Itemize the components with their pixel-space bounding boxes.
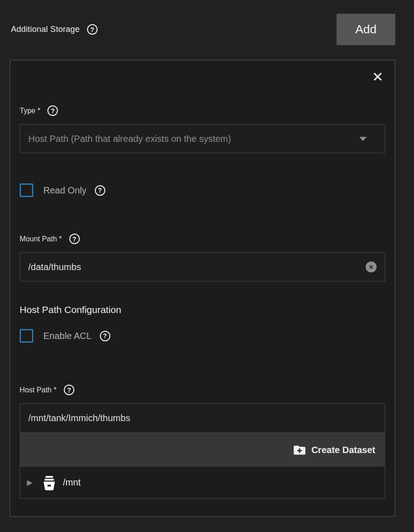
close-icon[interactable]: ✕ [370,70,385,84]
host-path-input[interactable] [28,413,377,423]
create-dataset-label: Create Dataset [311,445,375,455]
enable-acl-checkbox[interactable] [20,329,33,343]
dataset-icon [41,475,57,490]
additional-storage-header: Additional Storage ? Add [11,14,395,45]
type-select[interactable]: Host Path (Path that already exists on t… [20,124,385,153]
help-icon[interactable]: ? [47,105,58,116]
section-title: Additional Storage [11,25,80,34]
create-dataset-button[interactable]: Create Dataset [293,443,375,456]
folder-plus-icon [293,443,306,456]
add-button[interactable]: Add [336,14,395,45]
mount-path-label: Mount Path * [20,235,62,243]
enable-acl-label: Enable ACL [43,331,92,341]
tree-node-mnt[interactable]: ▶ /mnt [20,467,385,498]
read-only-label: Read Only [43,185,87,196]
read-only-checkbox[interactable] [20,183,33,197]
help-icon[interactable]: ? [87,24,98,35]
host-path-configuration-heading: Host Path Configuration [20,304,385,315]
tree-node-label: /mnt [63,477,81,488]
host-path-label: Host Path * [20,386,57,394]
type-label: Type * [20,107,40,115]
storage-item-panel: ✕ Type * ? Host Path (Path that already … [10,60,395,517]
chevron-down-icon [359,137,367,141]
help-icon[interactable]: ? [100,331,110,341]
help-icon[interactable]: ? [69,234,80,244]
clear-input-icon[interactable]: ✕ [366,261,377,272]
dataset-tree: ▶ /mnt [20,467,385,499]
expand-arrow-icon[interactable]: ▶ [27,478,36,487]
help-icon[interactable]: ? [64,385,74,395]
explorer-toolbar: Create Dataset [20,433,385,467]
type-selected-value: Host Path (Path that already exists on t… [28,134,354,144]
mount-path-input[interactable] [28,262,360,272]
help-icon[interactable]: ? [95,185,105,196]
